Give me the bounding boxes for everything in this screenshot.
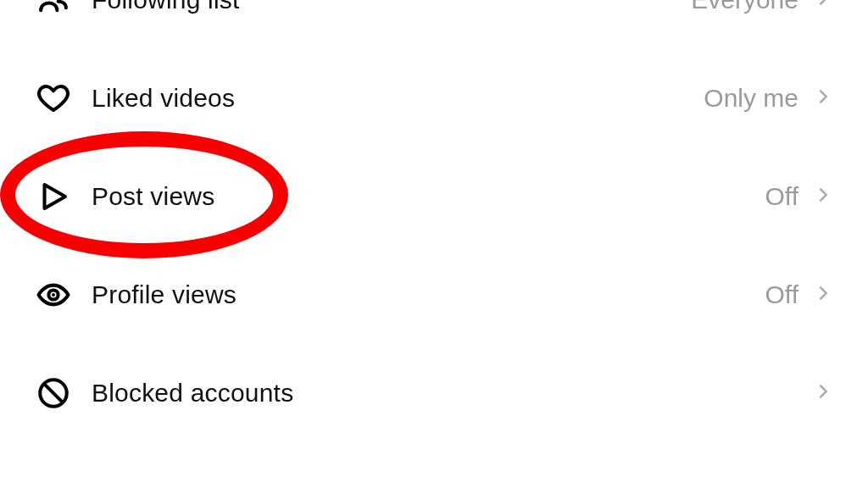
setting-label: Profile views	[92, 280, 765, 309]
eye-icon	[36, 277, 76, 313]
block-icon	[36, 375, 76, 411]
chevron-right-icon	[814, 284, 832, 306]
setting-liked-videos[interactable]: Liked videos Only me	[0, 49, 868, 147]
setting-value: Off	[765, 182, 798, 211]
setting-profile-views[interactable]: Profile views Off	[0, 246, 868, 344]
setting-post-views[interactable]: Post views Off	[0, 147, 868, 246]
chevron-right-icon	[814, 186, 832, 208]
svg-marker-2	[45, 185, 66, 208]
chevron-right-icon	[814, 0, 832, 11]
play-icon	[36, 179, 76, 214]
setting-following-list[interactable]: Following list Everyone	[0, 0, 868, 49]
setting-label: Blocked accounts	[92, 379, 798, 408]
chevron-right-icon	[814, 382, 832, 404]
setting-label: Following list	[92, 0, 691, 14]
setting-value: Off	[765, 280, 798, 309]
svg-line-6	[44, 384, 63, 402]
setting-blocked-accounts[interactable]: Blocked accounts	[0, 344, 868, 442]
svg-point-4	[52, 293, 55, 297]
privacy-settings-list: Following list Everyone Liked videos Onl…	[0, 0, 868, 442]
setting-value: Everyone	[691, 0, 798, 14]
setting-label: Post views	[92, 182, 765, 211]
heart-icon	[36, 80, 76, 116]
chevron-right-icon	[814, 87, 832, 109]
setting-label: Liked videos	[92, 84, 704, 113]
setting-value: Only me	[704, 84, 798, 113]
users-icon	[36, 0, 76, 18]
